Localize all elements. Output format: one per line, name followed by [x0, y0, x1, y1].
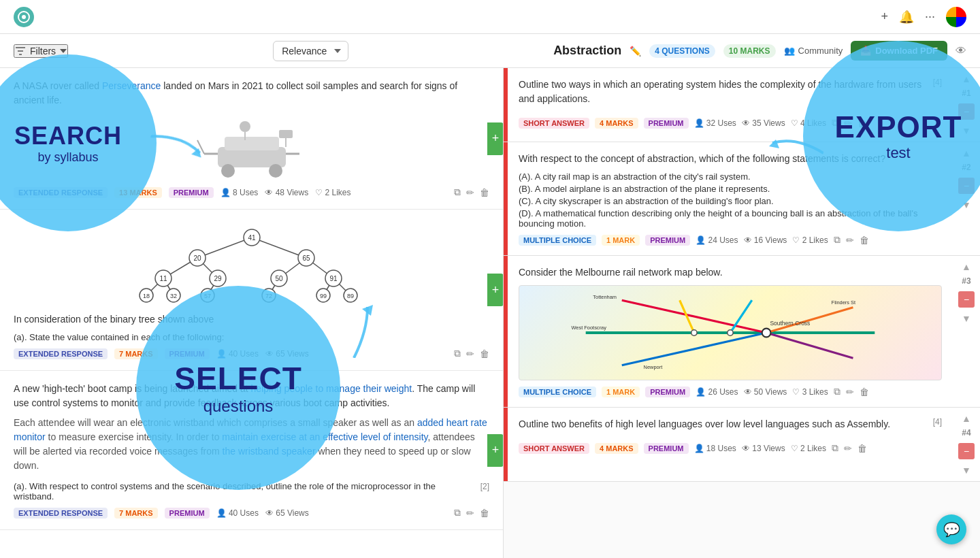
lq2-add-btn[interactable]: +: [487, 274, 504, 306]
rq3-remove-btn[interactable]: −: [958, 291, 975, 308]
rq1-text: Outline two ways in which an operating s…: [519, 78, 928, 106]
rq4-remove-btn[interactable]: −: [958, 443, 975, 459]
rq1-delete-btn[interactable]: 🗑: [858, 118, 867, 129]
lq2-delete-btn[interactable]: 🗑: [480, 348, 489, 359]
rq4-copy-btn[interactable]: ⧉: [832, 442, 838, 454]
rq2-type-tag: MULTIPLE CHOICE: [519, 235, 596, 246]
rq2-delete-btn[interactable]: 🗑: [860, 235, 869, 246]
rq1-edit-btn[interactable]: ✏: [844, 118, 852, 129]
lq1-edit-btn[interactable]: ✏: [466, 187, 474, 198]
rq1-up-btn[interactable]: ▲: [962, 73, 971, 84]
svg-line-56: [622, 333, 766, 365]
rq1-type-tag: SHORT ANSWER: [519, 118, 589, 129]
plus-icon[interactable]: +: [881, 10, 888, 24]
rq2-up-btn[interactable]: ▲: [962, 148, 971, 159]
lq3-copy-btn[interactable]: ⧉: [454, 507, 461, 519]
lq1-copy-btn[interactable]: ⧉: [454, 186, 461, 198]
left-question-3: A new 'high-tech' boot camp is being lau…: [0, 371, 503, 530]
rq3-type-tag: MULTIPLE CHOICE: [519, 387, 596, 397]
rq2-options: (A). A city rail map is an abstraction o…: [519, 171, 942, 229]
rq3-views: 👁 50 Views: [744, 387, 787, 397]
more-icon[interactable]: ···: [925, 10, 935, 24]
lq1-delete-btn[interactable]: 🗑: [480, 187, 489, 198]
rq1-marks: [4]: [933, 78, 942, 87]
chat-button[interactable]: 💬: [936, 514, 966, 544]
lq2-copy-btn[interactable]: ⧉: [454, 348, 461, 359]
rq3-rail-map: Southern Cross West Footscray Flinders S…: [519, 285, 942, 380]
lq1-actions: ⧉ ✏ 🗑: [454, 186, 489, 198]
lq1-add-btn[interactable]: +: [487, 122, 504, 155]
lq2-edit-btn[interactable]: ✏: [466, 348, 474, 359]
lq3-add-btn[interactable]: +: [487, 434, 504, 467]
edit-title-icon[interactable]: ✏️: [630, 46, 641, 56]
rq4-delete-btn[interactable]: 🗑: [858, 443, 867, 454]
rq3-edit-btn[interactable]: ✏: [846, 387, 854, 397]
lq2-meta: EXTENDED RESPONSE 7 MARKS PREMIUM 👤 40 U…: [14, 348, 489, 359]
rq2-option-b: (B). A model airplane is an abstraction …: [519, 184, 942, 194]
lq1-views: 👁 48 Views: [265, 188, 308, 197]
rq2-remove-btn[interactable]: −: [958, 178, 975, 194]
rq1-likes: ♡ 4 Likes: [791, 118, 826, 128]
questions-badge: 4 QUESTIONS: [649, 44, 715, 58]
rq2-content: With respect to the concept of abstracti…: [508, 142, 953, 255]
rq4-up-btn[interactable]: ▲: [962, 413, 971, 424]
rq2-marks-tag: 1 MARK: [602, 235, 640, 246]
filter-center: Relevance: [273, 41, 348, 61]
rq1-remove-btn[interactable]: −: [958, 103, 975, 120]
bell-icon[interactable]: 🔔: [899, 10, 914, 24]
user-avatar[interactable]: [946, 7, 966, 27]
rq3-up-btn[interactable]: ▲: [962, 261, 971, 272]
lq2-premium: PREMIUM: [165, 348, 210, 359]
right-question-2: With respect to the concept of abstracti…: [504, 142, 980, 256]
rq3-marks-tag: 1 MARK: [602, 387, 640, 397]
svg-text:32: 32: [169, 293, 176, 299]
svg-point-12: [240, 121, 250, 132]
svg-point-67: [691, 330, 697, 335]
rq4-likes: ♡ 2 Likes: [791, 444, 826, 453]
lq3-meta: EXTENDED RESPONSE 7 MARKS PREMIUM 👤 40 U…: [14, 507, 489, 519]
svg-rect-6: [225, 137, 279, 150]
left-question-1: A NASA rover called Perseverance landed …: [0, 68, 503, 210]
marks-badge: 10 MARKS: [723, 44, 776, 58]
rq4-down-btn[interactable]: ▼: [962, 465, 971, 476]
rq3-premium-tag: PREMIUM: [645, 387, 690, 397]
right-question-4: Outline two benefits of high level langu…: [504, 408, 980, 482]
lq2-views: 👁 65 Views: [265, 349, 309, 359]
rq4-views: 👁 13 Views: [742, 444, 785, 453]
rq3-delete-btn[interactable]: 🗑: [860, 387, 869, 397]
lq1-marks: 13 MARKS: [114, 187, 162, 198]
lq3-delete-btn[interactable]: 🗑: [480, 508, 489, 519]
rq3-copy-btn[interactable]: ⧉: [834, 386, 840, 397]
rq3-meta: MULTIPLE CHOICE 1 MARK PREMIUM 👤 26 Uses…: [519, 386, 942, 397]
svg-text:91: 91: [329, 275, 338, 282]
main-layout: A NASA rover called Perseverance landed …: [0, 68, 980, 558]
community-button[interactable]: 👥 Community: [784, 46, 843, 56]
rq1-down-btn[interactable]: ▼: [962, 125, 971, 136]
test-title: Abstraction: [553, 44, 621, 58]
rq2-option-d: (D). A mathematical function describing …: [519, 208, 942, 229]
lq3-edit-btn[interactable]: ✏: [466, 508, 474, 519]
filters-button[interactable]: Filters: [14, 44, 68, 58]
rq3-uses: 👤 26 Uses: [696, 387, 738, 397]
rq2-edit-btn[interactable]: ✏: [846, 235, 854, 246]
svg-text:Southern Cross: Southern Cross: [770, 320, 810, 327]
relevance-select[interactable]: Relevance: [273, 41, 348, 61]
filter-right: Abstraction ✏️ 4 QUESTIONS 10 MARKS 👥 Co…: [553, 41, 966, 61]
rq3-down-btn[interactable]: ▼: [962, 313, 971, 324]
rq4-edit-btn[interactable]: ✏: [844, 443, 852, 454]
lq3-text: A new 'high-tech' boot camp is being lau…: [14, 382, 489, 410]
svg-line-55: [622, 300, 766, 333]
rq2-down-btn[interactable]: ▼: [962, 199, 971, 210]
rq2-premium-tag: PREMIUM: [645, 235, 690, 246]
rq1-copy-btn[interactable]: ⧉: [832, 117, 838, 129]
svg-text:20: 20: [193, 255, 201, 262]
right-panel: Outline two ways in which an operating s…: [504, 68, 980, 558]
download-pdf-button[interactable]: 📥 Download PDF: [851, 41, 947, 61]
preview-icon[interactable]: 👁: [956, 45, 966, 57]
svg-text:57: 57: [203, 293, 210, 299]
rq2-meta: MULTIPLE CHOICE 1 MARK PREMIUM 👤 24 Uses…: [519, 234, 942, 246]
lq1-image: [14, 113, 489, 181]
rq2-likes: ♡ 2 Likes: [792, 235, 828, 245]
rq2-copy-btn[interactable]: ⧉: [834, 234, 840, 246]
rq2-option-c: (C). A city skyscraper is an abstraction…: [519, 196, 942, 206]
